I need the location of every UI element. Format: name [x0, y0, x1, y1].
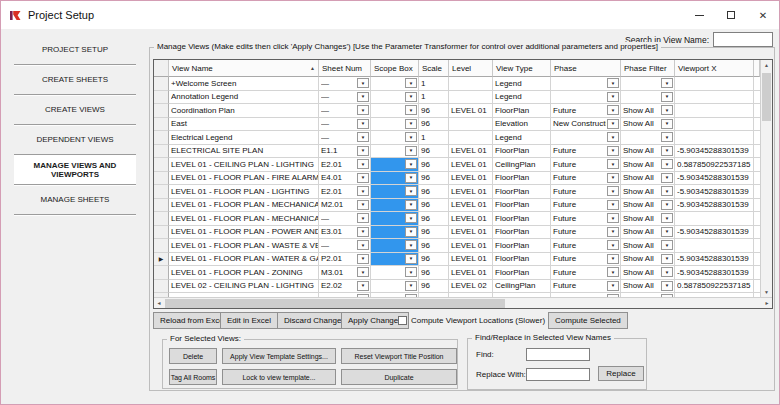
column-header-phase[interactable]: Phase: [551, 60, 621, 77]
dropdown-button[interactable]: ▼: [405, 132, 417, 142]
row-header[interactable]: [154, 226, 169, 240]
cell-sheet-num[interactable]: —▼: [319, 131, 371, 145]
cell-view-name[interactable]: LEVEL 01 - FLOOR PLAN - MECHANICAL HVAC: [169, 199, 319, 213]
cell-phase[interactable]: ▼: [551, 131, 621, 145]
cell-sheet-num[interactable]: E2.01▼: [319, 158, 371, 172]
row-header[interactable]: [154, 131, 169, 145]
cell-level[interactable]: LEVEL 01: [449, 226, 493, 240]
find-input[interactable]: [526, 348, 590, 361]
cell-sheet-num[interactable]: —▼: [319, 91, 371, 105]
row-header[interactable]: [154, 212, 169, 226]
cell-scope-box[interactable]: ▼: [371, 172, 419, 186]
cell-viewport-x[interactable]: -5.90345288301539: [675, 199, 754, 213]
table-row[interactable]: Coordination Plan—▼▼96LEVEL 01FloorPlanF…: [154, 104, 760, 118]
table-row[interactable]: Electrical Legend—▼▼1Legend▼▼: [154, 131, 760, 145]
cell-viewport-x[interactable]: [675, 77, 754, 91]
row-header[interactable]: ▶: [154, 253, 169, 267]
delete-button[interactable]: Delete: [169, 348, 217, 364]
dropdown-button[interactable]: ▼: [405, 227, 417, 237]
cell-view-name[interactable]: LEVEL 01 - FLOOR PLAN - FIRE ALARM: [169, 172, 319, 186]
cell-scale[interactable]: 96: [419, 118, 449, 132]
row-header[interactable]: [154, 104, 169, 118]
replace-button[interactable]: Replace: [598, 366, 644, 381]
cell-phase-filter[interactable]: Show All▼: [621, 104, 675, 118]
column-header-sheet-num[interactable]: Sheet Num: [319, 60, 371, 77]
dropdown-button[interactable]: ▼: [357, 92, 369, 102]
apply-view-template-settings-button[interactable]: Apply View Template Settings...: [222, 348, 336, 364]
table-row[interactable]: LEVEL 01 - FLOOR PLAN - ZONINGM3.01▼▼96L…: [154, 266, 760, 280]
sidebar-item-manage-sheets[interactable]: MANAGE SHEETS: [14, 185, 136, 215]
edit-in-excel-button[interactable]: Edit in Excel: [220, 312, 278, 329]
cell-level[interactable]: LEVEL 01: [449, 266, 493, 280]
dropdown-button[interactable]: ▼: [357, 267, 369, 277]
cell-sheet-num[interactable]: M3.01▼: [319, 266, 371, 280]
dropdown-button[interactable]: ▼: [607, 281, 619, 291]
cell-sheet-num[interactable]: E3.01▼: [319, 226, 371, 240]
cell-phase[interactable]: New Construction▼: [551, 118, 621, 132]
cell-view-type[interactable]: FloorPlan: [493, 145, 551, 159]
cell-view-name[interactable]: Electrical Legend: [169, 131, 319, 145]
cell-sheet-num[interactable]: E1.1▼: [319, 145, 371, 159]
cell-viewport-x[interactable]: [675, 239, 754, 253]
dropdown-button[interactable]: ▼: [357, 132, 369, 142]
cell-view-type[interactable]: FloorPlan: [493, 226, 551, 240]
cell-view-type[interactable]: FloorPlan: [493, 212, 551, 226]
cell-level[interactable]: [449, 91, 493, 105]
cell-view-name[interactable]: ELECTRICAL SITE PLAN: [169, 145, 319, 159]
cell-view-type[interactable]: FloorPlan: [493, 104, 551, 118]
cell-view-type[interactable]: Elevation: [493, 118, 551, 132]
scroll-left-button[interactable]: ◄: [154, 298, 164, 308]
column-header-scope-box[interactable]: Scope Box: [371, 60, 419, 77]
horizontal-scrollbar[interactable]: ◄ ►: [154, 297, 772, 308]
compute-selected-button[interactable]: Compute Selected: [548, 312, 628, 329]
dropdown-button[interactable]: ▼: [607, 267, 619, 277]
cell-level[interactable]: LEVEL 01: [449, 104, 493, 118]
cell-scale[interactable]: 96: [419, 266, 449, 280]
dropdown-button[interactable]: ▼: [607, 92, 619, 102]
dropdown-button[interactable]: ▼: [405, 213, 417, 223]
reset-viewport-title-position-button[interactable]: Reset Viewport Title Position: [341, 348, 457, 364]
dropdown-button[interactable]: ▼: [357, 119, 369, 129]
cell-level[interactable]: [449, 131, 493, 145]
dropdown-button[interactable]: ▼: [405, 146, 417, 156]
cell-phase-filter[interactable]: ▼: [621, 77, 675, 91]
cell-phase-filter[interactable]: Show All▼: [621, 226, 675, 240]
dropdown-button[interactable]: ▼: [661, 105, 673, 115]
dropdown-button[interactable]: ▼: [607, 159, 619, 169]
row-header[interactable]: [154, 172, 169, 186]
cell-level[interactable]: LEVEL 01: [449, 172, 493, 186]
cell-phase[interactable]: Future▼: [551, 145, 621, 159]
sidebar-item-manage-views-and-viewports[interactable]: MANAGE VIEWS AND VIEWPORTS: [14, 155, 136, 185]
row-header[interactable]: [154, 158, 169, 172]
cell-view-name[interactable]: Coordination Plan: [169, 104, 319, 118]
cell-level[interactable]: LEVEL 02: [449, 280, 493, 294]
cell-sheet-num[interactable]: P2.01▼: [319, 253, 371, 267]
dropdown-button[interactable]: ▼: [607, 254, 619, 264]
cell-phase-filter[interactable]: Show All▼: [621, 199, 675, 213]
cell-sheet-num[interactable]: —▼: [319, 118, 371, 132]
cell-scale[interactable]: 96: [419, 226, 449, 240]
dropdown-button[interactable]: ▼: [357, 173, 369, 183]
cell-phase[interactable]: Future▼: [551, 280, 621, 294]
cell-view-name[interactable]: LEVEL 01 - FLOOR PLAN - ZONING: [169, 266, 319, 280]
table-row[interactable]: +Welcome Screen—▼▼1Legend▼▼: [154, 77, 760, 91]
cell-level[interactable]: LEVEL 01: [449, 253, 493, 267]
dropdown-button[interactable]: ▼: [607, 132, 619, 142]
cell-view-type[interactable]: FloorPlan: [493, 185, 551, 199]
dropdown-button[interactable]: ▼: [661, 132, 673, 142]
cell-phase[interactable]: Future▼: [551, 212, 621, 226]
column-header-view-name[interactable]: View Name▲: [169, 60, 319, 77]
dropdown-button[interactable]: ▼: [607, 240, 619, 250]
table-row[interactable]: ▶LEVEL 01 - FLOOR PLAN - WATER & GASP2.0…: [154, 253, 760, 267]
cell-phase-filter[interactable]: Show All▼: [621, 253, 675, 267]
dropdown-button[interactable]: ▼: [405, 92, 417, 102]
dropdown-button[interactable]: ▼: [661, 254, 673, 264]
cell-phase[interactable]: Future▼: [551, 266, 621, 280]
cell-phase[interactable]: Future▼: [551, 239, 621, 253]
cell-phase-filter[interactable]: Show All▼: [621, 172, 675, 186]
scroll-up-button[interactable]: ▲: [761, 60, 772, 70]
cell-view-type[interactable]: Legend: [493, 91, 551, 105]
cell-view-type[interactable]: Legend: [493, 131, 551, 145]
row-header[interactable]: [154, 185, 169, 199]
dropdown-button[interactable]: ▼: [405, 105, 417, 115]
